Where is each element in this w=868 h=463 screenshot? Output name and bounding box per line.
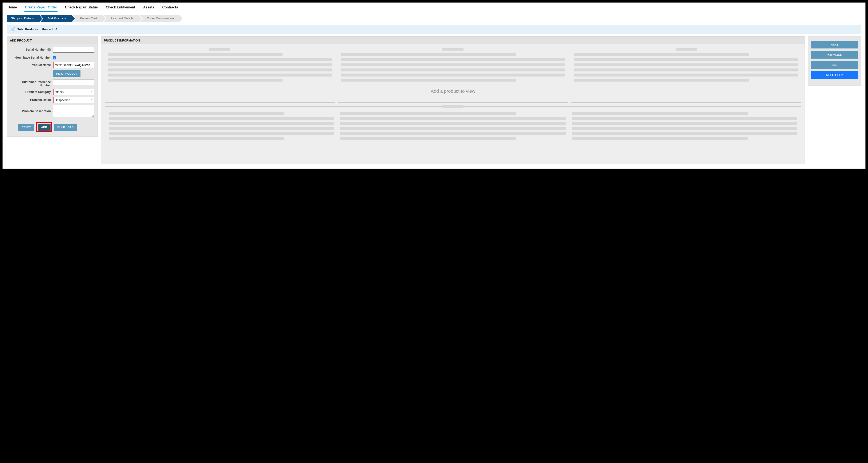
problem-category-value: Others <box>55 90 89 94</box>
nav-create-repair-order[interactable]: Create Repair Order <box>25 5 57 12</box>
problem-category-select[interactable]: Others ˅ <box>53 89 94 95</box>
previous-button[interactable]: PREVIOUS <box>811 51 858 59</box>
product-info-title: PRODUCT INFORMATION <box>101 37 805 44</box>
main-layout: ADD PRODUCT Serial Number i I don't have… <box>7 36 861 164</box>
wizard-step-add-products[interactable]: Add Products <box>40 15 72 22</box>
row-problem-category: Problem Category Others ˅ <box>11 89 94 95</box>
row-product-name: Product Name PICK PRODUCT <box>11 62 94 77</box>
customer-ref-input[interactable] <box>53 79 94 85</box>
wizard-step-review-cart[interactable]: Review Cart <box>72 15 102 22</box>
skeleton-card <box>571 49 801 103</box>
problem-detail-select[interactable]: Unspecified ˅ <box>53 97 94 103</box>
product-info-cards-row <box>105 49 801 103</box>
wizard-step-shipping-details[interactable]: Shipping Details <box>7 15 39 22</box>
cart-summary-text: Total Products in the cart : 0 <box>18 28 57 31</box>
action-panel: NEXT PREVIOUS SAVE NEED HELP <box>808 36 861 86</box>
nav-check-entitlement[interactable]: Check Entitlement <box>105 5 136 12</box>
row-problem-detail: Problem Detail Unspecified ˅ <box>11 97 94 103</box>
problem-description-textarea[interactable] <box>53 105 94 117</box>
form-button-row: RESET ADD BULK LOAD <box>11 122 94 132</box>
row-customer-ref: Customer Reference Number <box>11 79 94 87</box>
add-product-panel: ADD PRODUCT Serial Number i I don't have… <box>7 36 98 136</box>
wizard-step-payment-details[interactable]: Payment Details <box>103 15 139 22</box>
skeleton-tag <box>442 48 464 51</box>
product-name-label: Product Name <box>11 62 53 67</box>
problem-detail-value: Unspecified <box>55 98 89 102</box>
row-serial-number: Serial Number i <box>11 47 94 53</box>
reset-button[interactable]: RESET <box>18 124 34 131</box>
add-product-form: Serial Number i I don't have Serial Numb… <box>7 44 97 136</box>
row-problem-description: Problem Description <box>11 105 94 118</box>
no-serial-label: I don't have Serial Number <box>11 55 53 59</box>
skeleton-tag <box>676 48 697 51</box>
product-info-panel: PRODUCT INFORMATION A <box>101 36 805 164</box>
add-button-highlight: ADD <box>36 122 52 132</box>
problem-category-label: Problem Category <box>11 89 53 94</box>
chevron-down-icon: ˅ <box>89 97 94 103</box>
cart-count: 0 <box>55 28 57 31</box>
row-no-serial: I don't have Serial Number <box>11 55 94 60</box>
top-nav: Home Create Repair Order Check Repair St… <box>7 4 861 12</box>
page: Home Create Repair Order Check Repair St… <box>3 3 865 168</box>
add-product-title: ADD PRODUCT <box>7 37 97 44</box>
cart-summary-bar: 🛒 Total Products in the cart : 0 <box>7 25 861 33</box>
serial-number-label: Serial Number i <box>11 47 53 52</box>
next-button[interactable]: NEXT <box>811 41 858 49</box>
wizard-step-order-confirmation[interactable]: Order Confirmation <box>140 15 179 22</box>
skeleton-tag <box>209 48 230 51</box>
wizard-steps: Shipping Details Add Products Review Car… <box>7 15 861 22</box>
skeleton-card <box>338 49 568 103</box>
no-serial-checkbox[interactable] <box>53 56 56 59</box>
serial-number-label-text: Serial Number <box>26 48 46 51</box>
cart-label: Total Products in the cart : <box>18 28 55 31</box>
product-name-input[interactable] <box>53 62 94 68</box>
skeleton-card <box>105 49 335 103</box>
problem-description-label: Problem Description <box>11 105 53 113</box>
nav-assets[interactable]: Assets <box>143 5 155 12</box>
info-icon[interactable]: i <box>48 48 51 52</box>
nav-home[interactable]: Home <box>7 5 17 12</box>
product-info-body: Add a product to view <box>101 44 805 164</box>
chevron-down-icon: ˅ <box>89 89 94 95</box>
need-help-button[interactable]: NEED HELP <box>811 71 858 79</box>
problem-detail-label: Problem Detail <box>11 97 53 101</box>
skeleton-tag <box>442 105 464 108</box>
serial-number-input[interactable] <box>53 47 94 53</box>
cart-icon: 🛒 <box>10 27 15 32</box>
customer-ref-label: Customer Reference Number <box>11 79 53 87</box>
nav-contracts[interactable]: Contracts <box>162 5 179 12</box>
add-button[interactable]: ADD <box>38 124 50 131</box>
bulk-load-button[interactable]: BULK LOAD <box>54 124 77 131</box>
pick-product-button[interactable]: PICK PRODUCT <box>53 70 81 77</box>
save-button[interactable]: SAVE <box>811 61 858 69</box>
skeleton-wide-card <box>105 106 801 159</box>
nav-check-repair-status[interactable]: Check Repair Status <box>65 5 98 12</box>
